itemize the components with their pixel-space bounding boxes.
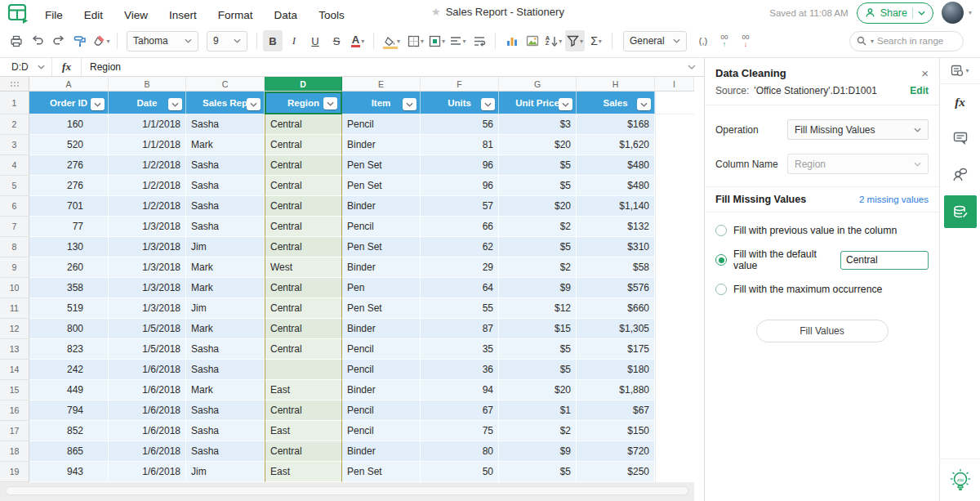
- cell[interactable]: 57: [421, 196, 499, 217]
- default-value-input[interactable]: [840, 251, 929, 270]
- cell[interactable]: $250: [577, 462, 655, 482]
- cell[interactable]: East: [265, 421, 342, 441]
- cell[interactable]: 1/5/2018: [109, 319, 186, 339]
- cell[interactable]: Central: [265, 319, 342, 339]
- filter-dropdown-icon[interactable]: [481, 98, 495, 110]
- cell[interactable]: 276: [29, 155, 109, 176]
- cell[interactable]: Binder: [342, 257, 421, 278]
- name-box[interactable]: D:D: [0, 58, 52, 76]
- cell[interactable]: 1/5/2018: [109, 339, 186, 360]
- filter-icon[interactable]: ▾: [565, 30, 585, 51]
- undo-icon[interactable]: [28, 30, 47, 51]
- comments-panel-icon[interactable]: [940, 120, 980, 156]
- row-number-7[interactable]: 7: [0, 217, 29, 237]
- cell[interactable]: Sasha: [186, 114, 265, 135]
- redo-icon[interactable]: [49, 30, 69, 51]
- cell[interactable]: Pen Set: [342, 237, 421, 257]
- column-header-G[interactable]: G: [499, 77, 577, 92]
- comma-format-icon[interactable]: (,): [693, 30, 713, 51]
- header-cell[interactable]: Unit Price: [499, 92, 577, 114]
- chevron-down-icon[interactable]: ▾: [871, 38, 874, 45]
- cell[interactable]: 823: [29, 339, 109, 360]
- row-number-16[interactable]: 16: [0, 400, 29, 421]
- menu-view[interactable]: View: [124, 9, 148, 21]
- cell[interactable]: Pencil: [342, 114, 421, 135]
- number-format-select[interactable]: General: [623, 31, 687, 51]
- document-title[interactable]: Sales Report - Stationery: [446, 6, 564, 18]
- cell[interactable]: 242: [29, 360, 109, 380]
- data-cleaning-icon[interactable]: [944, 195, 977, 228]
- cell[interactable]: $1,305: [577, 319, 655, 339]
- row-number-18[interactable]: 18: [0, 441, 29, 462]
- cell[interactable]: Central: [265, 176, 342, 196]
- header-cell[interactable]: Units: [421, 92, 499, 114]
- cell[interactable]: $175: [577, 339, 655, 360]
- cell[interactable]: Jim: [186, 462, 265, 482]
- cell[interactable]: 66: [421, 217, 499, 237]
- merge-cells-icon[interactable]: ▾: [427, 30, 447, 51]
- cell[interactable]: Pen Set: [342, 155, 421, 176]
- chevron-down-icon[interactable]: ▾: [969, 9, 972, 16]
- cell[interactable]: 943: [29, 462, 109, 482]
- menu-data[interactable]: Data: [274, 9, 298, 21]
- empty-cell[interactable]: [655, 257, 694, 278]
- option-fill-default[interactable]: Fill with the default value: [705, 248, 939, 271]
- user-avatar[interactable]: [942, 2, 964, 24]
- cell[interactable]: 96: [421, 155, 499, 176]
- cell[interactable]: Pencil: [342, 339, 421, 360]
- filter-dropdown-icon[interactable]: [637, 98, 651, 110]
- filter-dropdown-icon[interactable]: [247, 98, 261, 110]
- cell[interactable]: $5: [499, 237, 577, 257]
- cell[interactable]: Sasha: [186, 360, 265, 380]
- column-header-H[interactable]: H: [577, 77, 655, 92]
- sheet-view-icon[interactable]: ▾: [940, 58, 980, 84]
- row-number-1[interactable]: 1: [0, 92, 29, 114]
- cell[interactable]: 160: [29, 114, 109, 135]
- cell[interactable]: $9: [499, 441, 577, 462]
- column-header-F[interactable]: F: [421, 77, 499, 92]
- cell[interactable]: $2: [499, 217, 577, 237]
- empty-cell[interactable]: [655, 462, 694, 482]
- column-header-B[interactable]: B: [109, 77, 186, 92]
- cell[interactable]: Sasha: [186, 196, 265, 217]
- close-icon[interactable]: ×: [921, 67, 929, 79]
- cell[interactable]: Sasha: [186, 400, 265, 421]
- cell[interactable]: 87: [421, 319, 499, 339]
- bold-icon[interactable]: B: [263, 30, 283, 51]
- empty-cell[interactable]: [655, 380, 694, 400]
- empty-cell[interactable]: [655, 400, 694, 421]
- cell[interactable]: Mark: [186, 319, 265, 339]
- cell[interactable]: 35: [421, 339, 499, 360]
- cell[interactable]: 75: [421, 421, 499, 441]
- format-painter-icon[interactable]: [70, 30, 90, 51]
- header-cell[interactable]: Order ID: [29, 92, 109, 114]
- cell[interactable]: 81: [421, 135, 499, 155]
- cell[interactable]: $720: [577, 441, 655, 462]
- cell[interactable]: 50: [421, 462, 499, 482]
- menu-edit[interactable]: Edit: [84, 9, 103, 21]
- cell[interactable]: $132: [577, 217, 655, 237]
- cell[interactable]: 260: [29, 257, 109, 278]
- cell[interactable]: $1: [499, 400, 577, 421]
- cell[interactable]: $20: [499, 196, 577, 217]
- zia-assistant[interactable]: zia: [940, 459, 980, 501]
- option-fill-previous[interactable]: Fill with previous value in the column: [705, 225, 939, 236]
- cell[interactable]: 64: [421, 278, 499, 298]
- cell[interactable]: $20: [499, 380, 577, 400]
- cell[interactable]: Central: [265, 114, 342, 135]
- cell[interactable]: Sasha: [186, 155, 265, 176]
- insert-function[interactable]: fx: [52, 58, 82, 76]
- row-number-14[interactable]: 14: [0, 360, 29, 380]
- row-number-2[interactable]: 2: [0, 114, 29, 135]
- empty-cell[interactable]: [655, 298, 694, 319]
- cell[interactable]: Pencil: [342, 360, 421, 380]
- sum-icon[interactable]: Σ ▾: [586, 30, 606, 51]
- wrap-text-icon[interactable]: [470, 30, 489, 51]
- horizontal-align-icon[interactable]: ▾: [448, 30, 468, 51]
- functions-panel-icon[interactable]: fx: [940, 84, 980, 120]
- cell[interactable]: 358: [29, 278, 109, 298]
- row-number-6[interactable]: 6: [0, 196, 29, 217]
- search-input[interactable]: [877, 36, 952, 46]
- cell[interactable]: $150: [577, 421, 655, 441]
- menu-tools[interactable]: Tools: [318, 9, 345, 21]
